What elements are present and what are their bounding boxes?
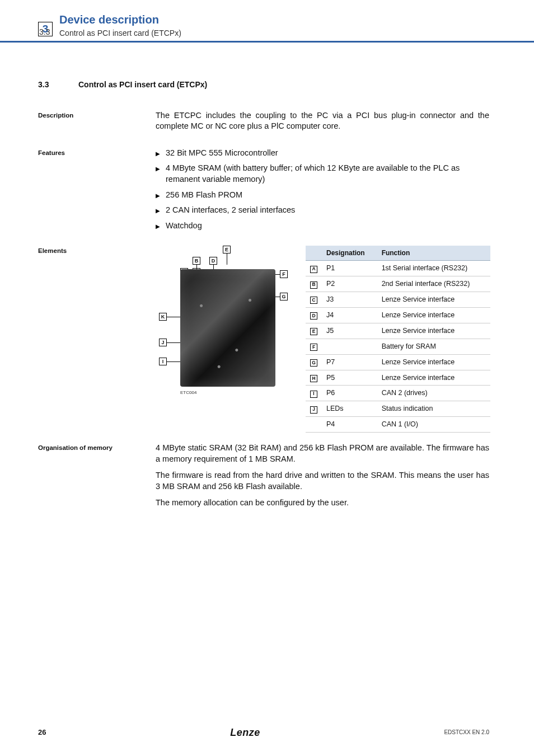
row-designation: P5 [322,370,377,386]
table-row: JLEDsStatus indication [306,401,490,417]
callout-I: I [159,358,167,365]
memory-p2: The firmware is read from the hard drive… [156,470,489,492]
row-designation: J3 [322,292,377,308]
page-footer: 26 Lenze EDSTCXX EN 2.0 [0,726,534,739]
row-mark: B [310,281,317,289]
row-function: Lenze Service interface [377,292,490,308]
header-subsection-number: 3.3 [39,27,50,37]
callout-E: E [223,246,231,253]
row-function: Status indication [377,401,490,417]
table-row: CJ3Lenze Service interface [306,292,490,308]
pcb-diagram: E B D A C F G K J I H [156,246,296,396]
callout-D: D [209,257,217,265]
callout-K: K [159,313,167,321]
row-mark: H [310,375,317,382]
section-number: 3.3 [38,79,59,90]
row-mark: I [310,391,317,398]
row-mark: A [310,266,317,273]
memory-label: Organisation of memory [38,443,156,514]
row-mark: F [310,344,317,351]
row-designation [322,339,377,354]
description-label: Description [38,110,156,138]
row-function: Lenze Service interface [377,354,490,370]
row-designation: P7 [322,354,377,370]
document-id: EDSTCXX EN 2.0 [444,729,489,736]
table-row: EJ5Lenze Service interface [306,323,490,339]
row-function: Lenze Service interface [377,370,490,386]
row-mark: C [310,297,317,304]
feature-item: 32 Bit MPC 555 Microcontroller [156,148,489,159]
row-designation: J4 [322,308,377,323]
memory-p3: The memory allocation can be configured … [156,497,489,509]
table-row: GP7Lenze Service interface [306,354,490,370]
section-title: Control as PCI insert card (ETCPx) [78,79,207,90]
row-mark: G [310,359,317,367]
row-function: Lenze Service interface [377,308,490,323]
col-designation: Designation [322,246,377,261]
row-function: 1st Serial interface (RS232) [377,261,490,276]
row-designation: LEDs [322,401,377,417]
table-row: BP22nd Serial interface (RS232) [306,276,490,292]
feature-item: 256 MB Flash PROM [156,190,489,201]
callout-F: F [280,270,288,278]
feature-item: 2 CAN interfaces, 2 serial interfaces [156,205,489,216]
row-designation: J5 [322,323,377,339]
table-row: IP6CAN 2 (drives) [306,386,490,401]
table-row: AP11st Serial interface (RS232) [306,261,490,276]
callout-J: J [159,339,167,346]
row-designation: P6 [322,386,377,401]
table-row: HP5Lenze Service interface [306,370,490,386]
row-function: Lenze Service interface [377,323,490,339]
row-mark: E [310,328,317,335]
chapter-title: Device description [59,12,181,27]
feature-item: 4 MByte SRAM (with battery buffer; of wh… [156,163,489,185]
diagram-caption: ETC004 [180,390,296,396]
row-function: Battery for SRAM [377,339,490,354]
table-row: P4CAN 1 (I/O) [306,417,490,433]
row-mark: J [310,406,317,414]
col-function: Function [377,246,490,261]
header-subtitle: Control as PCI insert card (ETCPx) [59,28,181,39]
description-text: The ETCPC includes the coupling to the P… [156,110,489,132]
row-function: CAN 2 (drives) [377,386,490,401]
feature-item: Watchdog [156,220,489,232]
brand-logo: Lenze [46,726,444,739]
table-row: FBattery for SRAM [306,339,490,354]
page-number: 26 [38,727,46,738]
callout-G: G [280,293,288,300]
row-function: CAN 1 (I/O) [377,417,490,433]
features-list: 32 Bit MPC 555 Microcontroller 4 MByte S… [156,148,489,231]
section-heading: 3.3 Control as PCI insert card (ETCPx) [38,79,489,90]
page-header: 3 Device description Control as PCI inse… [0,0,534,43]
memory-p1: 4 MByte static SRAM (32 Bit RAM) and 256… [156,443,489,464]
row-designation: P2 [322,276,377,292]
row-function: 2nd Serial interface (RS232) [377,276,490,292]
row-designation: P1 [322,261,377,276]
elements-label: Elements [38,246,156,433]
pcb-photo [180,269,275,387]
row-mark: D [310,312,317,320]
row-designation: P4 [322,417,377,433]
table-row: DJ4Lenze Service interface [306,308,490,323]
callout-B: B [193,257,200,265]
elements-table: Designation Function AP11st Serial inter… [306,246,490,433]
features-label: Features [38,148,156,236]
